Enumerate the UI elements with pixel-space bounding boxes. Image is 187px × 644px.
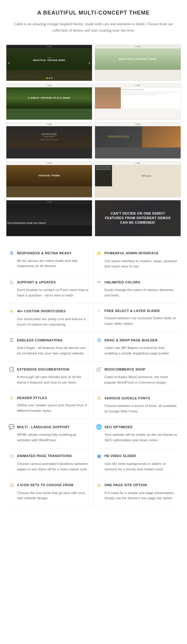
feature-desc: Our admin interface is modern, clean, po… bbox=[96, 259, 177, 269]
feature-title: EXTENSIVE DOCUMENTATION bbox=[17, 368, 69, 371]
feature-desc: A thorough yet user-friendly look at all… bbox=[8, 375, 90, 385]
feature-desc: Define your header layout and choose fro… bbox=[8, 403, 90, 414]
shortcodes-icon: ★ bbox=[8, 308, 15, 314]
demo-item-2[interactable]: Cabin BEAUTIFUL VINTAGE THEME bbox=[95, 45, 181, 81]
demo-grid: Cabin Cabin BEAUTIFUL VINTAGE DEMO ‹ › C… bbox=[0, 39, 187, 242]
feature-desc: Choose between our exclusive Select slid… bbox=[96, 316, 177, 327]
iconsets-icon: ⊡ bbox=[8, 482, 15, 488]
feature-video: ▣ HD VIDEO SLIDER Use HD video backgroun… bbox=[93, 448, 181, 477]
pagebuilder-icon: ⊞ bbox=[96, 337, 102, 343]
feature-title: HEADER STYLES bbox=[17, 396, 47, 400]
feature-desc: Choose various animated transitions betw… bbox=[8, 461, 90, 472]
nav-arrow-right[interactable]: › bbox=[89, 60, 90, 66]
feature-desc: Don't forget - all features from all dem… bbox=[8, 345, 90, 356]
feature-title: ENDLESS COMBINATIONS bbox=[17, 338, 63, 342]
feature-title: WOOCOMMERCE SHOP bbox=[104, 368, 145, 371]
demo-item-5[interactable]: Cabin SHOPNAME quality product NEW COLLE… bbox=[6, 122, 92, 159]
demo-item-6[interactable]: Cabin PRESENTATION bbox=[95, 122, 181, 159]
feature-colors: ✏ UNLIMITED COLORS Easily change the col… bbox=[93, 274, 181, 303]
feature-title: RESPONSIVE & RETINA READY bbox=[17, 251, 72, 255]
feature-title: HD VIDEO SLIDER bbox=[104, 454, 136, 458]
feature-docs: 📋 EXTENSIVE DOCUMENTATION A thorough yet… bbox=[6, 361, 93, 391]
feature-title: POWERFUL ADMIN INTERFACE bbox=[104, 251, 159, 255]
feature-desc: Choose between a bunch of fonts, all ava… bbox=[96, 403, 177, 414]
video-icon: ▣ bbox=[96, 453, 102, 459]
responsive-icon: 🖥 bbox=[8, 250, 15, 256]
feature-desc: All our demos are retina ready and fully… bbox=[8, 258, 90, 269]
feature-desc: Your website will be visible on the net … bbox=[96, 432, 177, 443]
admin-icon: ⚡ bbox=[96, 250, 102, 256]
feature-desc: Cabin includes WooCommerce, the most pop… bbox=[96, 375, 177, 385]
transitions-icon: ◷ bbox=[8, 453, 15, 459]
feature-desc: Our shortcodes are pretty cool and featu… bbox=[8, 317, 90, 327]
feature-title: FREE SELECT & LAYER SLIDER bbox=[104, 309, 160, 313]
features-section: 🖥 RESPONSIVE & RETINA READY All our demo… bbox=[0, 242, 187, 513]
feature-onepage: ◈ ONE PAGE SITE OPTION If in need for a … bbox=[93, 477, 181, 507]
feature-title: VARIOUS GOOGLE FONTS bbox=[104, 396, 150, 400]
feature-transitions: ◷ ANIMATED PAGE TRANSITIONS Choose vario… bbox=[6, 448, 93, 477]
feature-desc: Cabin has WP Bakery included for free, e… bbox=[96, 345, 177, 356]
feature-desc: Don't hesitate to contact us if you need… bbox=[8, 287, 90, 298]
feature-admin: ⚡ POWERFUL ADMIN INTERFACE Our admin int… bbox=[93, 246, 181, 275]
feature-title: SEO OPTIMIZED bbox=[104, 425, 133, 429]
slider-icon: ≡ bbox=[96, 308, 102, 313]
combine-label: CAN'T DECIDE ON ONE DEMO? FEATURES FROM … bbox=[101, 211, 174, 225]
feature-title: ANIMATED PAGE TRANSITIONS bbox=[17, 454, 72, 458]
feature-title: ONE PAGE SITE OPTION bbox=[104, 483, 147, 487]
feature-title: DRAG & DROP PAGE BUILDER bbox=[104, 338, 158, 342]
feature-slider: ≡ FREE SELECT & LAYER SLIDER Choose betw… bbox=[93, 303, 181, 333]
multilang-icon: 💬 bbox=[8, 424, 15, 430]
feature-woo: 🛒 WOOCOMMERCE SHOP Cabin includes WooCom… bbox=[93, 361, 181, 391]
feature-header-styles: 6 HEADER STYLES Define your header layou… bbox=[6, 391, 93, 419]
support-icon: ◎ bbox=[8, 279, 15, 285]
onepage-icon: ◈ bbox=[96, 482, 102, 488]
demo-item-9[interactable]: Cabin PHOTOGRAPHING FROM THE FOREST bbox=[6, 200, 92, 236]
feature-fonts: A VARIOUS GOOGLE FONTS Choose between a … bbox=[93, 391, 181, 419]
features-grid: 🖥 RESPONSIVE & RETINA READY All our demo… bbox=[6, 246, 181, 507]
header-styles-icon: 6 bbox=[8, 395, 15, 400]
feature-desc: WPML allows running fully multilingual w… bbox=[8, 432, 90, 443]
feature-desc: Choose the icon fonts that go best with … bbox=[8, 490, 90, 501]
feature-title: UNLIMITED COLORS bbox=[104, 280, 140, 284]
demo-item-8[interactable]: Cabin Welcome bbox=[95, 161, 181, 198]
feature-desc: Easily change the colors of various elem… bbox=[96, 287, 177, 298]
demo-item-3[interactable]: Cabin A GREAT VINTAGE-STYLE DEMO bbox=[6, 83, 92, 120]
feature-responsive: 🖥 RESPONSIVE & RETINA READY All our demo… bbox=[6, 246, 93, 275]
demo-item-7[interactable]: Cabin VINTAGE THEME bbox=[6, 161, 92, 198]
feature-seo: 🌐 SEO OPTIMIZED Your website will be vis… bbox=[93, 419, 181, 448]
header-description: Cabin is an amazing vintage-inspired the… bbox=[12, 21, 175, 34]
feature-pagebuilder: ⊞ DRAG & DROP PAGE BUILDER Cabin has WP … bbox=[93, 332, 181, 361]
feature-desc: If in need for a simple one-page present… bbox=[96, 490, 177, 501]
feature-title: MULTI - LANGUAGE SUPPORT bbox=[17, 425, 70, 429]
demo-item-4[interactable]: Cabin ABOUT US & OUR WORK bbox=[95, 83, 181, 120]
feature-title: SUPPORT & UPDATES bbox=[17, 280, 56, 284]
feature-title: 40+ CUSTOM SHORTCODES bbox=[17, 309, 66, 313]
feature-endless: ☰ ENDLESS COMBINATIONS Don't forget - al… bbox=[6, 332, 93, 361]
seo-icon: 🌐 bbox=[96, 424, 102, 430]
docs-icon: 📋 bbox=[8, 366, 15, 372]
feature-multilang: 💬 MULTI - LANGUAGE SUPPORT WPML allows r… bbox=[6, 419, 93, 448]
endless-icon: ☰ bbox=[8, 337, 15, 343]
feature-desc: Use HD video backgrounds in sliders or s… bbox=[96, 461, 177, 472]
page-header: A BEAUTIFUL MULTI-CONCEPT THEME Cabin is… bbox=[0, 0, 187, 39]
colors-icon: ✏ bbox=[96, 279, 102, 285]
woo-icon: 🛒 bbox=[96, 366, 102, 372]
feature-iconsets: ⊡ 4 ICON SETS TO CHOOSE FROM Choose the … bbox=[6, 477, 93, 507]
feature-support: ◎ SUPPORT & UPDATES Don't hesitate to co… bbox=[6, 274, 93, 303]
nav-arrow-left[interactable]: ‹ bbox=[8, 60, 10, 66]
page-title: A BEAUTIFUL MULTI-CONCEPT THEME bbox=[12, 10, 175, 16]
demo-item-1[interactable]: Cabin Cabin BEAUTIFUL VINTAGE DEMO ‹ › bbox=[6, 45, 92, 81]
feature-shortcodes: ★ 40+ CUSTOM SHORTCODES Our shortcodes a… bbox=[6, 303, 93, 333]
fonts-icon: A bbox=[96, 395, 102, 401]
feature-title: 4 ICON SETS TO CHOOSE FROM bbox=[17, 483, 73, 487]
demo-item-10[interactable]: CAN'T DECIDE ON ONE DEMO? FEATURES FROM … bbox=[95, 200, 181, 236]
